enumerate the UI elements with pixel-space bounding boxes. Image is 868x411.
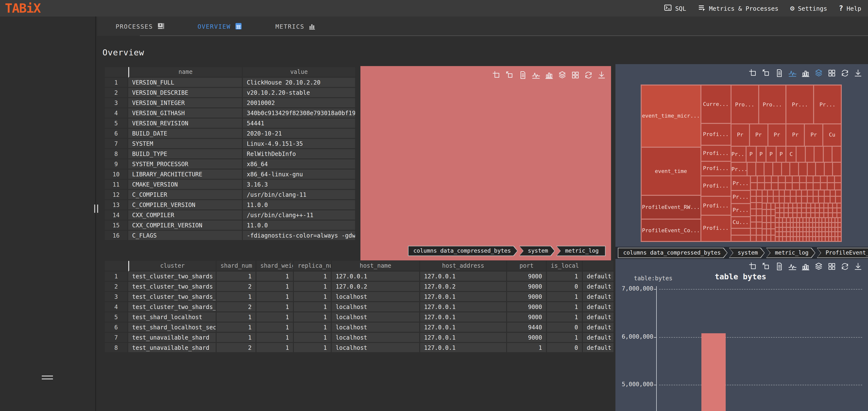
treemap-cell[interactable] [802,197,807,203]
treemap-cell[interactable]: Pr [805,124,823,146]
treemap-cell[interactable] [771,203,775,209]
treemap-cell[interactable] [784,209,788,212]
treemap-cell[interactable] [833,213,836,217]
bar-chart-icon[interactable] [802,262,810,271]
treemap-cell[interactable] [756,203,762,209]
treemap-cell[interactable] [762,229,766,234]
treemap-cell[interactable] [790,223,793,227]
column-header[interactable] [105,67,128,78]
treemap-cell[interactable] [839,237,841,241]
treemap-cell[interactable] [762,216,766,222]
treemap-cell[interactable] [829,223,831,227]
tab-processes[interactable]: PROCESSES [116,22,164,30]
treemap-cell[interactable] [839,223,841,227]
download-icon[interactable] [854,262,862,271]
treemap-cell[interactable] [779,223,782,227]
treemap-cell[interactable] [762,197,767,203]
treemap-cell[interactable] [811,209,814,212]
treemap-cell[interactable] [794,223,796,227]
treemap-cell[interactable] [808,197,812,203]
treemap-cell[interactable] [813,223,815,227]
treemap-cell[interactable]: Pr... [732,147,746,161]
treemap-cell[interactable] [756,190,762,196]
treemap-cell[interactable] [767,210,770,216]
treemap-cell[interactable] [828,183,834,189]
treemap-cell[interactable] [807,209,810,212]
treemap-cell[interactable] [835,177,841,183]
column-header[interactable]: shard_num [217,261,256,272]
treemap-cell[interactable] [785,190,790,196]
treemap-cell[interactable] [732,235,750,241]
treemap-cell[interactable] [837,203,841,208]
crop-out-icon[interactable] [762,262,770,271]
treemap-cell[interactable] [787,223,789,227]
tabix-logo[interactable]: TABiX [5,1,40,15]
refresh-icon[interactable] [841,69,849,77]
treemap-cell[interactable] [797,147,805,161]
treemap-cell[interactable] [813,190,818,196]
treemap-cell[interactable]: P [777,147,786,161]
treemap-cell[interactable] [829,213,832,217]
treemap-cell[interactable] [779,232,782,236]
treemap-cell[interactable] [819,223,822,227]
treemap-cell[interactable] [800,232,802,236]
crop-out-icon[interactable] [762,69,770,77]
refresh-icon[interactable] [584,71,593,79]
treemap-cell[interactable] [815,203,819,208]
treemap-cell[interactable] [771,210,775,216]
treemap-cell[interactable] [779,237,782,241]
treemap-cell[interactable] [786,177,792,183]
breadcrumb-item[interactable]: metric_log [766,248,815,258]
treemap-cell[interactable] [807,177,813,183]
treemap-cell[interactable] [756,210,762,215]
treemap-cell[interactable]: Cu [823,124,841,146]
treemap-cell[interactable] [771,216,775,222]
treemap-cell[interactable]: Pr [750,124,768,146]
treemap-cell[interactable]: Profi... [701,146,731,161]
treemap-cell[interactable] [823,237,825,241]
treemap-cell[interactable] [808,163,815,176]
treemap-cell[interactable] [816,218,818,222]
treemap-cell[interactable] [810,228,812,231]
treemap-cell[interactable] [779,218,782,222]
treemap-cell[interactable] [821,183,827,189]
treemap-cell[interactable] [807,223,809,227]
breadcrumb-item[interactable]: metric_log [556,246,606,256]
treemap-cell[interactable] [825,197,829,203]
treemap-cell[interactable] [796,197,801,203]
treemap-cell[interactable] [784,203,788,208]
treemap-cell[interactable]: P [756,147,766,161]
grid-icon[interactable] [571,71,580,79]
treemap-cell[interactable] [793,177,799,183]
treemap-cell[interactable] [772,183,778,189]
bar-chart-icon[interactable] [802,69,810,77]
treemap-cell[interactable] [813,232,815,236]
treemap-cell[interactable] [768,190,773,196]
treemap-cell[interactable]: Profi... [701,216,731,241]
treemap-cell[interactable] [808,190,812,196]
treemap-cell[interactable] [835,237,838,241]
treemap-cell[interactable] [751,203,755,209]
treemap-cell[interactable] [820,203,823,208]
treemap-cell[interactable] [825,190,829,196]
treemap-cell[interactable]: Pr... [732,163,747,176]
treemap-cell[interactable] [798,203,801,208]
treemap-cell[interactable]: Pr... [732,177,750,190]
treemap-cell[interactable] [833,147,841,161]
treemap-cell[interactable] [779,190,784,196]
treemap-cell[interactable] [832,218,834,222]
treemap-cell[interactable] [815,209,819,212]
treemap-cell[interactable] [789,213,793,217]
treemap-cell[interactable] [787,237,789,241]
treemap-cell[interactable] [756,229,762,235]
treemap-cell[interactable] [794,218,796,222]
treemap-cell[interactable] [765,163,772,176]
treemap-cell[interactable] [751,235,755,241]
treemap-cell[interactable] [779,228,782,231]
treemap-cell[interactable] [748,163,755,176]
column-header[interactable]: port [507,261,547,272]
treemap-cell[interactable] [832,228,834,231]
breadcrumb-item[interactable]: system [729,248,765,258]
treemap-cell[interactable] [780,209,783,212]
treemap-cell[interactable]: P [767,147,775,161]
